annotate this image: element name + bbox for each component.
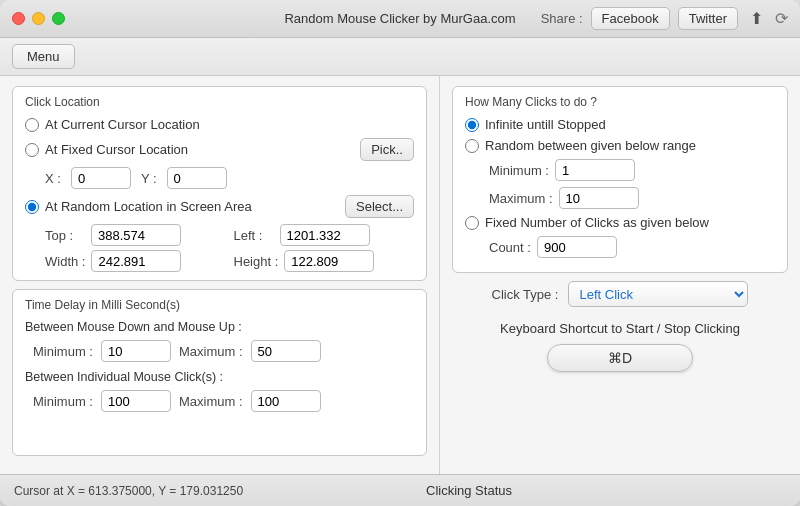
area-grid: Top : Left : Width : Height : [25, 224, 414, 272]
min-label-2: Minimum : [33, 394, 93, 409]
loading-spinner: ⟳ [775, 9, 788, 28]
label-current-location: At Current Cursor Location [45, 117, 200, 132]
share-label: Share : [541, 11, 583, 26]
delay-sub2: Between Individual Mouse Click(s) : [25, 370, 414, 384]
radio-random-location[interactable] [25, 200, 39, 214]
min-range-row: Minimum : [465, 159, 775, 181]
width-input[interactable] [91, 250, 181, 272]
time-delay-title: Time Delay in Milli Second(s) [25, 298, 414, 312]
right-panel: How Many Clicks to do ? Infinite untill … [440, 76, 800, 474]
count-label: Count : [489, 240, 531, 255]
delay-row-1: Minimum : Maximum : [25, 340, 414, 362]
radio-fixed-count[interactable] [465, 216, 479, 230]
top-row: Top : [45, 224, 226, 246]
min-range-label: Minimum : [489, 163, 549, 178]
click-location-section: Click Location At Current Cursor Locatio… [12, 86, 427, 281]
click-type-row: Click Type : Left Click Right Click Doub… [452, 281, 788, 307]
x-label: X : [45, 171, 61, 186]
label-infinite: Infinite untill Stopped [485, 117, 606, 132]
facebook-button[interactable]: Facebook [591, 7, 670, 30]
traffic-lights [12, 12, 65, 25]
close-button[interactable] [12, 12, 25, 25]
clicks-title: How Many Clicks to do ? [465, 95, 775, 109]
label-fixed-location: At Fixed Cursor Location [45, 142, 188, 157]
click-type-select[interactable]: Left Click Right Click Double Click Midd… [568, 281, 748, 307]
max-input-2[interactable] [251, 390, 321, 412]
menu-button[interactable]: Menu [12, 44, 75, 69]
xy-row: X : Y : [25, 167, 414, 189]
max-input-1[interactable] [251, 340, 321, 362]
width-row: Width : [45, 250, 226, 272]
top-label: Top : [45, 228, 85, 243]
radio-row-current: At Current Cursor Location [25, 117, 414, 132]
radio-row-infinite: Infinite untill Stopped [465, 117, 775, 132]
click-location-title: Click Location [25, 95, 414, 109]
height-row: Height : [234, 250, 415, 272]
share-icon-button[interactable]: ⬆ [746, 7, 767, 30]
maximize-button[interactable] [52, 12, 65, 25]
min-label-1: Minimum : [33, 344, 93, 359]
count-input[interactable] [537, 236, 617, 258]
shortcut-section: Keyboard Shortcut to Start / Stop Clicki… [452, 321, 788, 372]
radio-row-random: Random between given below range [465, 138, 775, 153]
shortcut-title: Keyboard Shortcut to Start / Stop Clicki… [500, 321, 740, 336]
height-input[interactable] [284, 250, 374, 272]
min-input-1[interactable] [101, 340, 171, 362]
title-bar: Random Mouse Clicker by MurGaa.com Share… [0, 0, 800, 38]
left-label: Left : [234, 228, 274, 243]
delay-sub1: Between Mouse Down and Mouse Up : [25, 320, 414, 334]
main-content: Click Location At Current Cursor Locatio… [0, 76, 800, 474]
window-title: Random Mouse Clicker by MurGaa.com [284, 11, 515, 26]
radio-row-fixed: At Fixed Cursor Location [25, 142, 360, 157]
title-bar-actions: Share : Facebook Twitter ⬆ ⟳ [541, 7, 788, 30]
width-label: Width : [45, 254, 85, 269]
radio-infinite[interactable] [465, 118, 479, 132]
max-label-2: Maximum : [179, 394, 243, 409]
y-label: Y : [141, 171, 157, 186]
left-panel: Click Location At Current Cursor Locatio… [0, 76, 440, 474]
x-input[interactable] [71, 167, 131, 189]
max-label-1: Maximum : [179, 344, 243, 359]
app-window: Random Mouse Clicker by MurGaa.com Share… [0, 0, 800, 506]
max-range-label: Maximum : [489, 191, 553, 206]
click-type-label: Click Type : [492, 287, 559, 302]
radio-row-fixed: Fixed Number of Clicks as given below [465, 215, 775, 230]
radio-fixed-location[interactable] [25, 143, 39, 157]
radio-current-location[interactable] [25, 118, 39, 132]
time-delay-section: Time Delay in Milli Second(s) Between Mo… [12, 289, 427, 456]
left-row: Left : [234, 224, 415, 246]
min-range-input[interactable] [555, 159, 635, 181]
label-random-range: Random between given below range [485, 138, 696, 153]
shortcut-key: ⌘D [547, 344, 693, 372]
minimize-button[interactable] [32, 12, 45, 25]
y-input[interactable] [167, 167, 227, 189]
clicking-status: Clicking Status [426, 483, 786, 498]
clicks-section: How Many Clicks to do ? Infinite untill … [452, 86, 788, 273]
left-input[interactable] [280, 224, 370, 246]
max-range-input[interactable] [559, 187, 639, 209]
top-input[interactable] [91, 224, 181, 246]
twitter-button[interactable]: Twitter [678, 7, 738, 30]
min-input-2[interactable] [101, 390, 171, 412]
pick-button[interactable]: Pick.. [360, 138, 414, 161]
toolbar: Menu [0, 38, 800, 76]
label-fixed-count: Fixed Number of Clicks as given below [485, 215, 709, 230]
count-row: Count : [465, 236, 775, 258]
height-label: Height : [234, 254, 279, 269]
label-random-location: At Random Location in Screen Area [45, 199, 337, 214]
random-location-row: At Random Location in Screen Area Select… [25, 195, 414, 218]
select-button[interactable]: Select... [345, 195, 414, 218]
status-bar: Cursor at X = 613.375000, Y = 179.031250… [0, 474, 800, 506]
radio-random-range[interactable] [465, 139, 479, 153]
delay-row-2: Minimum : Maximum : [25, 390, 414, 412]
cursor-status: Cursor at X = 613.375000, Y = 179.031250 [14, 484, 426, 498]
max-range-row: Maximum : [465, 187, 775, 209]
